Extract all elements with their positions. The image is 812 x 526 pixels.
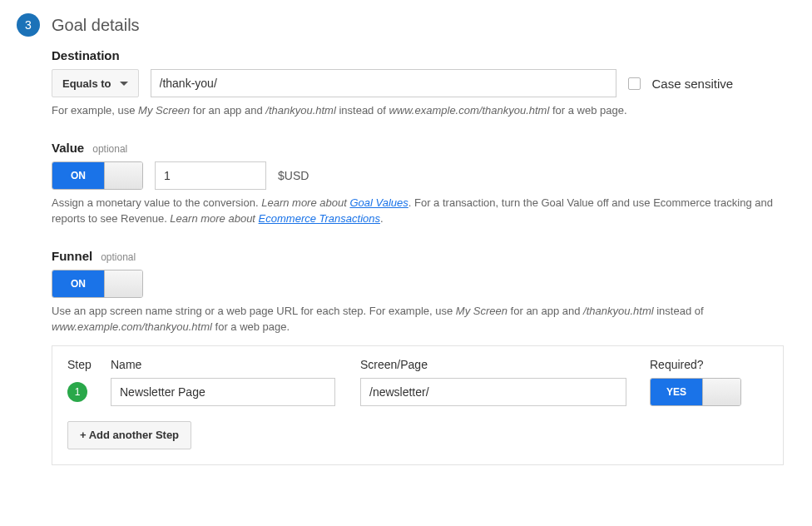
funnel-steps-container: Step Name Screen/Page Required? 1 YES [52,345,784,465]
funnel-hint: Use an app screen name string or a web p… [52,303,775,335]
match-type-value: Equals to [62,77,111,90]
funnel-toggle[interactable]: ON [52,270,143,298]
section-step-badge: 3 [17,13,40,37]
col-required-header: Required? [650,358,768,371]
ecommerce-link[interactable]: Ecommerce Transactions [259,212,380,225]
step-name-input[interactable] [111,378,335,406]
funnel-step-row: 1 YES [67,378,768,406]
step-number-badge: 1 [67,382,87,402]
section-header: 3 Goal details [17,13,795,37]
add-step-button[interactable]: + Add another Step [67,421,191,449]
value-currency-label: $USD [278,169,309,182]
value-amount-input[interactable] [155,161,266,190]
value-toggle-handle [104,162,142,189]
goal-values-link[interactable]: Goal Values [349,196,408,209]
col-step-header: Step [67,358,111,371]
col-page-header: Screen/Page [360,358,650,371]
funnel-optional-label: optional [101,251,136,263]
destination-block: Destination Equals to Case sensitive For… [52,48,795,119]
funnel-toggle-handle [104,270,142,297]
destination-label: Destination [52,48,795,62]
value-toggle[interactable]: ON [52,161,143,190]
step-page-input[interactable] [360,378,626,406]
funnel-block: Funnel optional ON Use an app screen nam… [52,249,795,465]
step-required-state: YES [651,379,702,405]
value-hint: Assign a monetary value to the conversio… [52,195,775,227]
step-required-toggle[interactable]: YES [650,378,741,406]
section-title: Goal details [52,16,140,35]
col-name-header: Name [111,358,360,371]
match-type-dropdown[interactable]: Equals to [52,69,139,97]
destination-url-input[interactable] [151,69,616,97]
step-required-handle [702,379,740,405]
destination-hint: For example, use My Screen for an app an… [52,102,775,119]
funnel-column-headers: Step Name Screen/Page Required? [67,358,768,371]
chevron-down-icon [120,82,128,86]
value-label: Value [52,141,84,155]
case-sensitive-checkbox[interactable] [628,77,641,90]
funnel-toggle-state: ON [52,270,104,297]
value-toggle-state: ON [52,162,104,189]
value-block: Value optional ON $USD Assign a monetary… [52,141,795,227]
case-sensitive-label: Case sensitive [652,77,734,91]
value-optional-label: optional [92,143,127,155]
funnel-label: Funnel [52,249,92,263]
